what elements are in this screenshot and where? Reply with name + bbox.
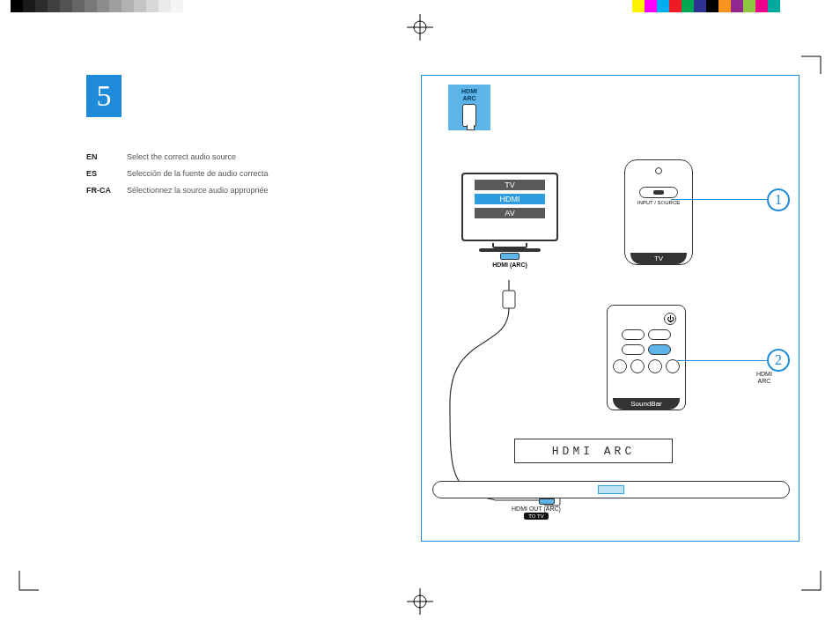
crop-mark-br [801, 571, 836, 606]
remote-hdmi-arc-button [648, 344, 671, 355]
step-callout-1: 1 [767, 188, 790, 211]
tv-remote: INPUT / SOURCE TV [624, 159, 693, 265]
color-bars-right [608, 0, 829, 12]
remote-footer-label: TV [630, 253, 687, 264]
hdmi-connector-icon [462, 104, 476, 127]
crop-mark-bl [4, 571, 39, 606]
input-source-label: INPUT / SOURCE [637, 200, 681, 205]
color-swatch [208, 0, 220, 12]
key-label-line: HDMI [461, 88, 477, 94]
connection-diagram: HDMI ARC TV HDMI AV HDMI (ARC) [421, 75, 799, 542]
color-swatch [72, 0, 85, 12]
label-line-boxed: TO TV [524, 513, 548, 520]
color-swatch [632, 0, 645, 12]
callout-line [677, 360, 767, 361]
color-swatch [694, 0, 706, 12]
color-swatch [645, 0, 657, 12]
svg-rect-12 [503, 291, 515, 308]
lang-text: Select the correct audio source [127, 150, 236, 165]
soundbar-hdmi-out-port [539, 498, 555, 505]
instruction-text-block: EN Select the correct audio source ES Se… [86, 150, 269, 200]
label-line: HDMI [756, 371, 772, 377]
key-label-line: ARC [462, 95, 475, 101]
color-swatch [731, 0, 743, 12]
remote-footer-label: SoundBar [613, 398, 680, 410]
input-source-button [639, 187, 678, 198]
crop-mark-tr [801, 39, 836, 74]
color-bars-left [11, 0, 232, 12]
color-swatch [706, 0, 718, 12]
color-swatch [220, 0, 232, 12]
color-swatch [805, 0, 817, 12]
color-swatch [134, 0, 146, 12]
color-swatch [158, 0, 171, 12]
color-swatch [718, 0, 731, 12]
color-swatch [146, 0, 158, 12]
color-swatch [755, 0, 768, 12]
label-line: HDMI OUT (ARC) [512, 506, 561, 512]
registration-mark-bottom [407, 588, 433, 615]
remote-ir-eye-icon [655, 167, 662, 174]
color-swatch [109, 0, 122, 12]
key-label: HDMI ARC [461, 88, 477, 101]
color-swatch [97, 0, 109, 12]
color-swatch [780, 0, 792, 12]
remote-circle-button [648, 359, 662, 373]
remote-circle-button [666, 359, 680, 373]
soundbar-remote: ⏻ SoundBar [607, 305, 686, 410]
instruction-row-es: ES Selección de la fuente de audio corre… [86, 166, 269, 181]
color-swatch [171, 0, 183, 12]
color-swatch [682, 0, 694, 12]
color-swatch [657, 0, 669, 12]
soundbar-center-indicator [598, 485, 624, 494]
color-swatch [768, 0, 780, 12]
tv-menu-item-selected: HDMI [475, 194, 545, 204]
tv-menu-item: TV [475, 180, 545, 190]
color-swatch [11, 0, 23, 12]
hdmi-arc-button-label: HDMI ARC [756, 371, 772, 384]
instruction-row-en: EN Select the correct audio source [86, 150, 269, 165]
color-swatch [195, 0, 208, 12]
color-swatch [669, 0, 682, 12]
hdmi-arc-key: HDMI ARC [448, 85, 490, 130]
color-swatch [608, 0, 620, 12]
step-number-badge: 5 [86, 75, 122, 117]
tv-graphic: TV HDMI AV HDMI (ARC) [461, 173, 558, 268]
power-button-icon: ⏻ [664, 313, 676, 325]
remote-circle-button [630, 359, 645, 373]
remote-circle-button [613, 359, 627, 373]
color-swatch [60, 0, 72, 12]
lang-text: Sélectionnez la source audio appropriée [127, 183, 269, 198]
tv-hdmi-port [500, 253, 519, 260]
remote-pill-button [622, 329, 645, 340]
soundbar-body [432, 481, 790, 498]
lang-text: Selección de la fuente de audio correcta [127, 166, 269, 181]
remote-pill-button [648, 329, 671, 340]
lang-code: FR-CA [86, 183, 116, 198]
callout-line [671, 199, 768, 200]
tv-foot [479, 248, 541, 252]
tv-menu-item: AV [475, 208, 545, 218]
instruction-row-frca: FR-CA Sélectionnez la source audio appro… [86, 183, 269, 198]
tv-hdmi-port-label: HDMI (ARC) [461, 262, 558, 268]
registration-mark-top [407, 14, 433, 41]
color-swatch [817, 0, 829, 12]
lang-code: ES [86, 166, 116, 181]
soundbar-display: HDMI ARC [514, 439, 673, 463]
tv-screen: TV HDMI AV [461, 173, 558, 241]
label-line: ARC [758, 378, 771, 384]
page-content: 5 EN Select the correct audio source ES … [53, 53, 784, 572]
remote-pill-button [622, 344, 645, 355]
color-swatch [48, 0, 60, 12]
color-swatch [85, 0, 97, 12]
color-swatch [620, 0, 632, 12]
color-swatch [792, 0, 805, 12]
soundbar-port-label: HDMI OUT (ARC) TO TV [501, 506, 571, 520]
color-swatch [23, 0, 35, 12]
color-swatch [122, 0, 134, 12]
step-callout-2: 2 [767, 349, 790, 372]
color-swatch [35, 0, 48, 12]
color-swatch [743, 0, 755, 12]
color-swatch [183, 0, 195, 12]
lang-code: EN [86, 150, 116, 165]
